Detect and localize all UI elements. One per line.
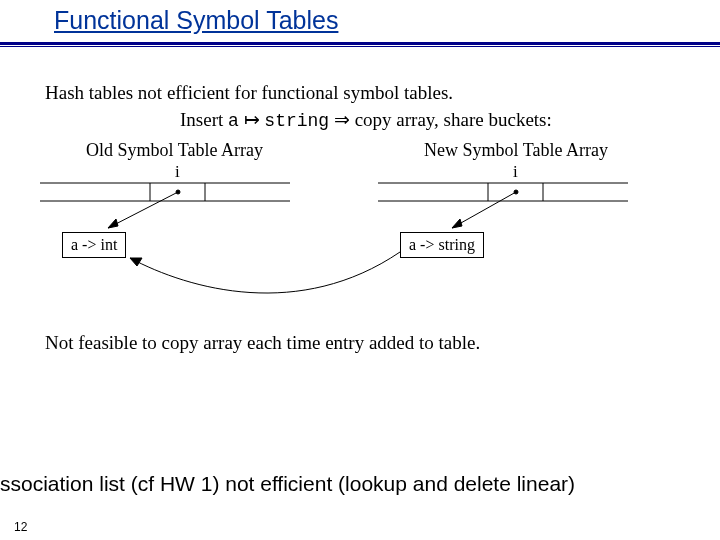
svg-marker-9 bbox=[108, 219, 118, 228]
new-array-cells bbox=[378, 183, 628, 201]
arrow-left-to-box bbox=[108, 190, 180, 228]
svg-line-11 bbox=[452, 192, 516, 228]
svg-marker-14 bbox=[130, 258, 142, 266]
arrow-right-to-box bbox=[452, 190, 518, 228]
svg-marker-12 bbox=[452, 219, 462, 228]
page-number: 12 bbox=[14, 520, 27, 534]
bottom-note: ssociation list (cf HW 1) not efficient … bbox=[0, 472, 575, 496]
svg-line-8 bbox=[108, 192, 178, 228]
body-line-3: Not feasible to copy array each time ent… bbox=[45, 332, 480, 354]
svg-point-10 bbox=[176, 190, 180, 194]
share-bucket-curve bbox=[130, 252, 400, 293]
svg-point-13 bbox=[514, 190, 518, 194]
diagram-svg bbox=[0, 0, 720, 540]
bucket-box-new: a -> string bbox=[400, 232, 484, 258]
bucket-box-old: a -> int bbox=[62, 232, 126, 258]
